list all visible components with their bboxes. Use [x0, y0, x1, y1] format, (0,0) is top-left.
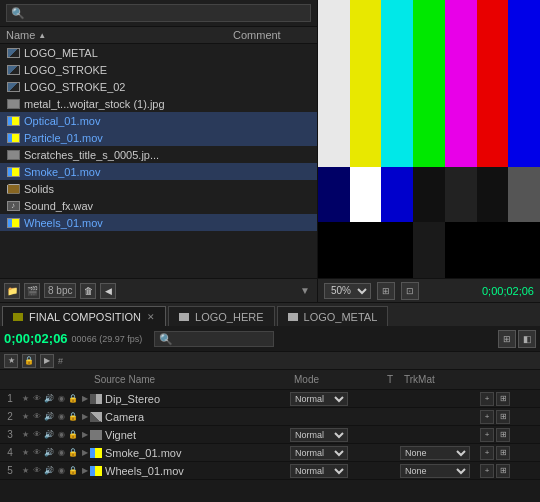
project-panel: Name ▲ Comment LOGO_METALLOGO_STROKELOGO… — [0, 0, 318, 302]
file-item[interactable]: Smoke_01.mov — [0, 163, 317, 180]
layer-row[interactable]: 2 ★ 👁 🔊 ◉ 🔒 ▶ Camera + ⊞ — [0, 408, 540, 426]
layer-extra-btn1[interactable]: + — [480, 428, 494, 442]
layer-expand-btn[interactable]: ▶ — [80, 393, 90, 405]
file-item[interactable]: Particle_01.mov — [0, 129, 317, 146]
file-item[interactable]: Solids — [0, 180, 317, 197]
video-btn[interactable]: ▶ — [40, 354, 54, 368]
layer-audio-btn[interactable]: 🔊 — [44, 465, 54, 477]
tab-final-composition[interactable]: FINAL COMPOSITION ✕ — [2, 306, 166, 326]
layer-expand-btn[interactable]: ▶ — [80, 447, 90, 459]
layer-extra-btn2[interactable]: ⊞ — [496, 446, 510, 460]
new-comp-btn[interactable]: 🎬 — [24, 283, 40, 299]
layer-row[interactable]: 4 ★ 👁 🔊 ◉ 🔒 ▶ Smoke_01.mov Normal None +… — [0, 444, 540, 462]
file-list: LOGO_METALLOGO_STROKELOGO_STROKE_02metal… — [0, 44, 317, 278]
layer-extra-btn2[interactable]: ⊞ — [496, 428, 510, 442]
new-folder-btn[interactable]: 📁 — [4, 283, 20, 299]
layer-audio-btn[interactable]: 🔊 — [44, 429, 54, 441]
layer-video-btn[interactable]: 👁 — [32, 393, 42, 405]
layer-extra-btn1[interactable]: + — [480, 446, 494, 460]
layer-extra-btn2[interactable]: ⊞ — [496, 464, 510, 478]
file-name: Optical_01.mov — [24, 115, 100, 127]
layer-mode-select[interactable]: Normal — [290, 464, 348, 478]
layer-lock-btn[interactable]: 🔒 — [68, 393, 78, 405]
layer-row[interactable]: 3 ★ 👁 🔊 ◉ 🔒 ▶ Vignet Normal + ⊞ — [0, 426, 540, 444]
layer-video-btn[interactable]: 👁 — [32, 411, 42, 423]
region-btn[interactable]: ⊡ — [401, 282, 419, 300]
file-item[interactable]: Optical_01.mov — [0, 112, 317, 129]
img-icon — [7, 99, 20, 109]
layer-extra-btn1[interactable]: + — [480, 392, 494, 406]
tab-logo-metal[interactable]: LOGO_METAL — [277, 306, 389, 326]
bar-black1 — [413, 167, 445, 223]
tab-close-final[interactable]: ✕ — [147, 312, 155, 322]
layer-lock-btn[interactable]: 🔒 — [68, 429, 78, 441]
color-bars — [318, 0, 540, 278]
layer-audio-btn[interactable]: 🔊 — [44, 411, 54, 423]
scroll-left-btn[interactable]: ◀ — [100, 283, 116, 299]
layer-solo-btn[interactable]: ◉ — [56, 393, 66, 405]
delete-btn[interactable]: 🗑 — [80, 283, 96, 299]
timeline-panel: 0;00;02;06 00066 (29.97 fps) ⊞ ◧ ★ 🔒 ▶ #… — [0, 326, 540, 480]
zoom-select[interactable]: 50% — [324, 283, 371, 299]
layer-solo-btn[interactable]: ◉ — [56, 447, 66, 459]
fit-btn[interactable]: ⊞ — [377, 282, 395, 300]
scroll-right-btn[interactable]: ▼ — [297, 283, 313, 299]
layer-video-btn[interactable]: 👁 — [32, 465, 42, 477]
layer-trkmat: None — [400, 446, 480, 460]
layer-shy-btn[interactable]: ★ — [20, 447, 30, 459]
layer-shy-btn[interactable]: ★ — [20, 411, 30, 423]
lock-btn[interactable]: 🔒 — [22, 354, 36, 368]
layer-video-btn[interactable]: 👁 — [32, 429, 42, 441]
expand-btn[interactable]: ⊞ — [498, 330, 516, 348]
layer-trkmat-select[interactable]: None — [400, 464, 470, 478]
file-name: LOGO_METAL — [24, 47, 98, 59]
layer-extra-btn1[interactable]: + — [480, 464, 494, 478]
file-item[interactable]: metal_t...wojtar_stock (1).jpg — [0, 95, 317, 112]
layer-expand-btn[interactable]: ▶ — [80, 411, 90, 423]
layer-extra-btn2[interactable]: ⊞ — [496, 392, 510, 406]
search-input[interactable] — [6, 4, 311, 22]
preview-panel: 50% ⊞ ⊡ 0;00;02;06 — [318, 0, 540, 302]
layer-row[interactable]: 1 ★ 👁 🔊 ◉ 🔒 ▶ Dip_Stereo Normal + ⊞ — [0, 390, 540, 408]
layer-video-btn[interactable]: 👁 — [32, 447, 42, 459]
layer-trkmat-select[interactable]: None — [400, 446, 470, 460]
layer-lock-btn[interactable]: 🔒 — [68, 465, 78, 477]
layer-audio-btn[interactable]: 🔊 — [44, 447, 54, 459]
fps-label: 00066 (29.97 fps) — [72, 334, 143, 344]
shy-btn[interactable]: ★ — [4, 354, 18, 368]
layer-num: 5 — [0, 465, 20, 476]
layer-swatch — [90, 412, 102, 422]
layer-shy-btn[interactable]: ★ — [20, 465, 30, 477]
layer-expand-btn[interactable]: ▶ — [80, 465, 90, 477]
layer-shy-btn[interactable]: ★ — [20, 429, 30, 441]
layer-name: Dip_Stereo — [105, 393, 290, 405]
layer-lock-btn[interactable]: 🔒 — [68, 411, 78, 423]
audio-icon: ♪ — [7, 201, 20, 211]
file-item[interactable]: Wheels_01.mov — [0, 214, 317, 231]
file-item[interactable]: ♪Sound_fx.wav — [0, 197, 317, 214]
layer-mode-select[interactable]: Normal — [290, 428, 348, 442]
file-item[interactable]: LOGO_STROKE — [0, 61, 317, 78]
bar-black2 — [477, 167, 509, 223]
layer-solo-btn[interactable]: ◉ — [56, 465, 66, 477]
layer-audio-btn[interactable]: 🔊 — [44, 393, 54, 405]
layer-expand-btn[interactable]: ▶ — [80, 429, 90, 441]
file-item[interactable]: Scratches_title_s_0005.jp... — [0, 146, 317, 163]
layer-row[interactable]: 5 ★ 👁 🔊 ◉ 🔒 ▶ Wheels_01.mov Normal None … — [0, 462, 540, 480]
file-item[interactable]: LOGO_STROKE_02 — [0, 78, 317, 95]
tab-logo-here[interactable]: LOGO_HERE — [168, 306, 274, 326]
layer-name: Vignet — [105, 429, 290, 441]
layer-solo-btn[interactable]: ◉ — [56, 411, 66, 423]
solo-btn[interactable]: ◧ — [518, 330, 536, 348]
layer-lock-btn[interactable]: 🔒 — [68, 447, 78, 459]
layer-controls: ★ 👁 🔊 ◉ 🔒 ▶ — [20, 429, 90, 441]
layer-mode-select[interactable]: Normal — [290, 392, 348, 406]
layer-solo-btn[interactable]: ◉ — [56, 429, 66, 441]
timeline-search[interactable] — [154, 331, 274, 347]
layer-mode-select[interactable]: Normal — [290, 446, 348, 460]
layer-extra-btn1[interactable]: + — [480, 410, 494, 424]
layer-extra-btn2[interactable]: ⊞ — [496, 410, 510, 424]
file-item[interactable]: LOGO_METAL — [0, 44, 317, 61]
layer-shy-btn[interactable]: ★ — [20, 393, 30, 405]
bar-green — [413, 0, 445, 167]
